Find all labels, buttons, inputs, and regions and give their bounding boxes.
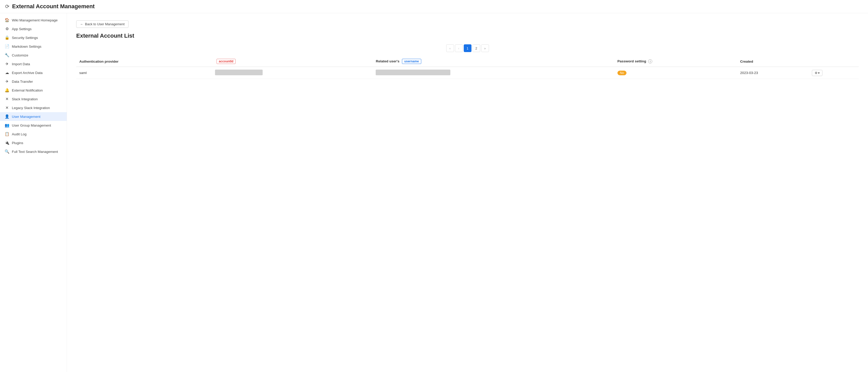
sidebar-item-export-archive-data[interactable]: ☁ Export Archive Data — [0, 68, 67, 77]
slack-integration-label: Slack Integration — [12, 97, 38, 101]
wiki-management-homepage-label: Wiki Management Homepage — [12, 18, 58, 22]
pagination-prev-button[interactable]: ‹ — [455, 44, 463, 52]
sidebar-item-user-management[interactable]: 👤 User Management — [0, 112, 67, 121]
dropdown-arrow-icon: ▾ — [818, 71, 819, 75]
legacy-slack-integration-icon: ✕ — [5, 106, 9, 110]
audit-log-label: Audit Log — [12, 132, 27, 136]
app-header-title: External Account Management — [12, 3, 95, 10]
sidebar-item-import-data[interactable]: ✈ Import Data — [0, 60, 67, 68]
col-header-auth-provider: Authentication provider — [76, 56, 212, 67]
markdown-settings-icon: 📄 — [5, 44, 9, 49]
import-data-label: Import Data — [12, 62, 30, 66]
sidebar-item-legacy-slack-integration[interactable]: ✕ Legacy Slack Integration — [0, 104, 67, 112]
legacy-slack-integration-label: Legacy Slack Integration — [12, 106, 50, 110]
row-action-button[interactable]: ⚙ ▾ — [812, 70, 823, 76]
sidebar-item-external-notification[interactable]: 🔔 External Notification — [0, 86, 67, 95]
audit-log-icon: 📋 — [5, 132, 9, 136]
markdown-settings-label: Markdown Settings — [12, 45, 41, 49]
sidebar-item-user-group-management[interactable]: 👥 User Group Management — [0, 121, 67, 130]
external-notification-label: External Notification — [12, 88, 43, 92]
cell-action: ⚙ ▾ — [809, 67, 859, 79]
plugins-icon: 🔌 — [5, 141, 9, 145]
sidebar-item-markdown-settings[interactable]: 📄 Markdown Settings — [0, 42, 67, 51]
pagination: « ‹ 1 2 › — [76, 44, 859, 52]
pagination-page-1-button[interactable]: 1 — [464, 44, 471, 52]
related-user-value — [376, 69, 451, 75]
sidebar-item-full-text-search-management[interactable]: 🔍 Full Text Search Management — [0, 147, 67, 156]
sidebar-item-data-transfer[interactable]: ✈ Data Transfer — [0, 77, 67, 86]
username-tag: username — [402, 59, 421, 64]
pagination-next-button[interactable]: › — [481, 44, 489, 52]
col-header-actions — [809, 56, 859, 67]
cell-account-id — [212, 67, 373, 79]
plugins-label: Plugins — [12, 141, 23, 145]
security-settings-label: Security Settings — [12, 36, 38, 40]
pagination-page-2-button[interactable]: 2 — [472, 44, 480, 52]
gear-icon: ⚙ — [815, 71, 817, 75]
account-id-tag: accountId — [217, 59, 236, 64]
external-notification-icon: 🔔 — [5, 88, 9, 92]
export-archive-data-icon: ☁ — [5, 70, 9, 75]
app-header: ⟳ External Account Management — [0, 0, 868, 13]
user-group-management-label: User Group Management — [12, 123, 51, 127]
wiki-management-homepage-icon: 🏠 — [5, 18, 9, 23]
user-group-management-icon: 👥 — [5, 123, 9, 127]
customize-label: Customize — [12, 53, 28, 57]
app-settings-icon: ⚙ — [5, 27, 9, 31]
page-title: External Account List — [76, 32, 859, 39]
pagination-first-button[interactable]: « — [446, 44, 454, 52]
cell-related-user — [373, 67, 614, 79]
col-header-created: Created — [737, 56, 809, 67]
sidebar-item-audit-log[interactable]: 📋 Audit Log — [0, 130, 67, 138]
col-header-account-id: accountId — [212, 56, 373, 67]
customize-icon: 🔧 — [5, 53, 9, 57]
sidebar: 🏠 Wiki Management Homepage ⚙ App Setting… — [0, 13, 67, 372]
full-text-search-management-icon: 🔍 — [5, 149, 9, 154]
cell-created: 2023-03-23 — [737, 67, 809, 79]
import-data-icon: ✈ — [5, 62, 9, 66]
back-to-user-management-button[interactable]: ← Back to User Management — [76, 20, 128, 28]
full-text-search-management-label: Full Text Search Management — [12, 150, 58, 154]
password-setting-info-icon: i — [648, 59, 652, 63]
security-settings-icon: 🔒 — [5, 35, 9, 40]
sidebar-item-wiki-management-homepage[interactable]: 🏠 Wiki Management Homepage — [0, 16, 67, 25]
sidebar-item-slack-integration[interactable]: ✕ Slack Integration — [0, 95, 67, 104]
data-transfer-label: Data Transfer — [12, 80, 33, 84]
app-settings-label: App Settings — [12, 27, 32, 31]
back-arrow-icon: ← — [80, 22, 84, 26]
sidebar-item-app-settings[interactable]: ⚙ App Settings — [0, 25, 67, 33]
external-account-table: Authentication provider accountId Relate… — [76, 56, 859, 79]
data-transfer-icon: ✈ — [5, 79, 9, 84]
sidebar-item-customize[interactable]: 🔧 Customize — [0, 51, 67, 60]
col-header-related-users: Related user's username — [373, 56, 614, 67]
main-content: ← Back to User Management External Accou… — [67, 13, 868, 372]
cell-auth-provider: saml — [76, 67, 212, 79]
user-management-label: User Management — [12, 115, 40, 119]
app-header-icon: ⟳ — [5, 3, 9, 9]
cell-password-setting: No — [614, 67, 737, 79]
user-management-icon: 👤 — [5, 114, 9, 119]
back-button-label: Back to User Management — [85, 22, 125, 26]
export-archive-data-label: Export Archive Data — [12, 71, 42, 75]
sidebar-item-plugins[interactable]: 🔌 Plugins — [0, 138, 67, 147]
sidebar-item-security-settings[interactable]: 🔒 Security Settings — [0, 33, 67, 42]
password-setting-badge: No — [617, 70, 626, 75]
account-id-value — [215, 69, 262, 75]
table-row: saml No 2023-03-23 ⚙ ▾ — [76, 67, 859, 79]
col-header-password-setting: Password setting i — [614, 56, 737, 67]
slack-integration-icon: ✕ — [5, 97, 9, 101]
